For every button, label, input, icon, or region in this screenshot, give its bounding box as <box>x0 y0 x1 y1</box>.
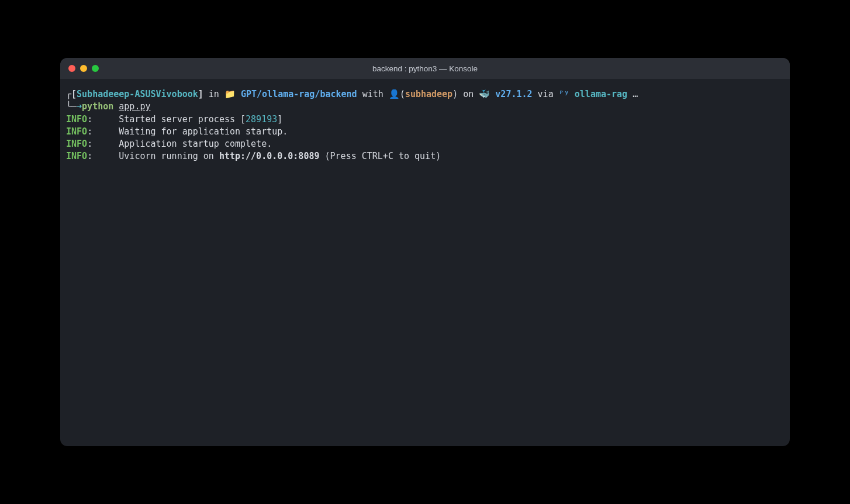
command: python <box>82 101 113 112</box>
log-level: INFO <box>66 114 87 125</box>
docker-version: v27.1.2 <box>490 89 532 99</box>
segment-via: via <box>533 89 559 99</box>
close-button[interactable] <box>68 65 75 72</box>
ellipsis: … <box>633 89 638 99</box>
command-arg: app.py <box>119 101 150 112</box>
prompt-corner-icon: ┌[ <box>66 89 77 99</box>
process-id: 289193 <box>246 114 277 125</box>
log-line: INFO: Uvicorn running on http://0.0.0.0:… <box>66 150 784 163</box>
prompt-line-1: ┌[Subhadeeep-ASUSVivobook] in 📁 GPT/olla… <box>66 88 784 101</box>
segment-with: with <box>357 89 389 99</box>
minimize-button[interactable] <box>80 65 87 72</box>
log-line: INFO: Started server process [289193] <box>66 113 784 126</box>
maximize-button[interactable] <box>92 65 99 72</box>
segment-on: on <box>458 89 479 99</box>
hostname: Subhadeeep-ASUSVivobook <box>77 89 198 99</box>
window-title: backend : python3 — Konsole <box>60 64 790 73</box>
log-level: INFO <box>66 139 87 149</box>
segment-in: in <box>203 89 224 99</box>
log-level: INFO <box>66 151 87 161</box>
title-bar: backend : python3 — Konsole <box>60 58 790 79</box>
log-message: Application startup complete. <box>119 139 272 149</box>
virtualenv-name: ollama-rag <box>569 89 633 99</box>
python-icon: ᴾʸ <box>559 89 569 99</box>
prompt-corner-bottom-icon: └─ <box>66 101 77 112</box>
window-controls <box>68 65 99 72</box>
log-message: Waiting for application startup. <box>119 126 288 137</box>
prompt-arrow-icon: ➜ <box>77 101 82 112</box>
log-line: INFO: Application startup complete. <box>66 138 784 150</box>
terminal-output[interactable]: ┌[Subhadeeep-ASUSVivobook] in 📁 GPT/olla… <box>60 79 790 446</box>
log-line: INFO: Waiting for application startup. <box>66 126 784 138</box>
terminal-window: backend : python3 — Konsole ┌[Subhadeeep… <box>60 58 790 446</box>
log-message: Started server process [ <box>119 114 246 125</box>
log-level: INFO <box>66 126 87 137</box>
cwd-path: GPT/ollama-rag/backend <box>236 89 357 99</box>
server-url: http://0.0.0.0:8089 <box>219 151 320 161</box>
folder-icon: 📁 <box>224 89 236 99</box>
prompt-line-2: └─➜python app.py <box>66 101 784 113</box>
log-message: Uvicorn running on <box>119 151 219 161</box>
user-icon: 👤 <box>389 89 400 99</box>
docker-icon: 🐳 <box>479 89 490 99</box>
username: subhadeep <box>405 89 452 99</box>
